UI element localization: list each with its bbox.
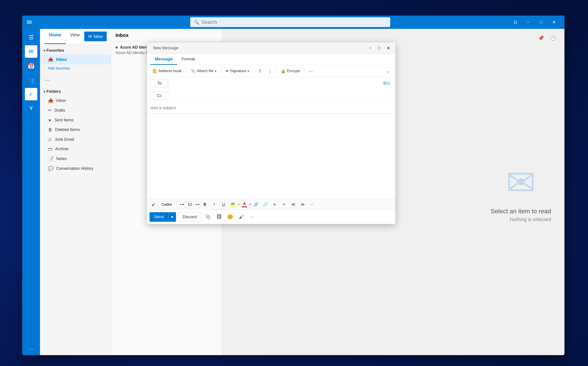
text-color-container[interactable]: A — [240, 201, 249, 208]
conversations-icon: 💬 — [48, 166, 54, 171]
compose-window: New Message − □ ✕ Message Format 📒 — [147, 42, 396, 224]
compose-tab-format[interactable]: Format — [177, 54, 199, 65]
remove-link-button[interactable]: 🔗 — [261, 201, 270, 208]
compose-tab-message[interactable]: Message — [151, 54, 177, 65]
inbox-favorites-label: Inbox — [56, 57, 67, 62]
compose-body[interactable] — [147, 114, 395, 199]
toolbar-divider-2 — [221, 68, 221, 74]
sidebar-item-sent[interactable]: ➤ Sent Items — [40, 115, 111, 125]
discard-button[interactable]: Discard — [178, 212, 201, 222]
maximize-button[interactable]: □ — [535, 18, 547, 27]
teams-nav-icon[interactable]: T — [25, 116, 37, 129]
highlight-chevron[interactable]: ▾ — [238, 203, 239, 206]
send-image-button[interactable]: 🖼 — [215, 212, 224, 221]
chat-icon-btn[interactable]: ⊡ — [509, 18, 521, 27]
minimize-button[interactable]: − — [522, 18, 534, 27]
font-family-select[interactable]: Calibri — [159, 201, 185, 208]
send-dictate-button[interactable]: 🖌 — [237, 212, 246, 221]
increase-indent-button[interactable]: ≫ — [298, 201, 307, 208]
font-size-select[interactable]: 12 — [185, 201, 200, 208]
calendar-nav-icon[interactable]: 📅 — [25, 60, 37, 72]
send-button-group[interactable]: Send ▾ — [150, 212, 176, 222]
people-nav-icon[interactable]: 👥 — [25, 74, 37, 86]
folders-header[interactable]: ▾ Folders — [40, 87, 111, 96]
bullet-list-button[interactable]: ≡ — [270, 201, 279, 208]
text-color-bar — [242, 206, 247, 207]
decrease-indent-button[interactable]: ≪ — [289, 201, 298, 208]
sidebar-more-icon[interactable]: ··· — [44, 76, 49, 83]
underline-button[interactable]: U — [219, 201, 228, 208]
send-button-label[interactable]: Send — [150, 212, 168, 221]
pin-icon[interactable]: 📌 — [536, 33, 546, 43]
folders-section: ▾ Folders 📥 Inbox ✏ Drafts ➤ Sent Items … — [40, 85, 111, 175]
sidebar-item-inbox[interactable]: 📥 Inbox — [40, 96, 111, 106]
bold-button[interactable]: B — [201, 201, 209, 208]
bcc-button[interactable]: Bcc — [381, 80, 392, 87]
signature-icon: ✒ — [226, 69, 229, 74]
to-label-button[interactable]: To — [151, 79, 168, 87]
close-button[interactable]: ✕ — [548, 18, 560, 27]
search-input[interactable] — [202, 19, 387, 25]
check-nav-icon[interactable]: ✓ — [25, 88, 37, 100]
yammer-nav-icon[interactable]: Y — [25, 102, 37, 114]
mail-nav-icon[interactable]: ✉ — [25, 45, 37, 58]
sidebar-item-conversations[interactable]: 💬 Conversation History — [40, 164, 111, 173]
highlight-bar — [230, 206, 235, 207]
sidebar-wide: Home View ✉ New ▾ Favorites 📥 — [40, 29, 111, 355]
app-content: ☰ ✉ 📅 👥 ✓ Y T ··· Home View ✉ New — [22, 29, 564, 355]
add-favorites-link[interactable]: Add favorites — [40, 64, 111, 72]
new-mail-button[interactable]: ✉ New — [84, 31, 107, 41]
search-box[interactable]: 🔍 — [190, 17, 390, 27]
expand-collapse-button[interactable]: ⌄ — [384, 67, 393, 75]
attach-file-label: Attach file — [197, 69, 214, 73]
send-more-button[interactable]: ··· — [248, 212, 257, 221]
sidebar-item-notes[interactable]: 📝 Notes — [40, 154, 111, 164]
sidebar-item-drafts[interactable]: ✏ Drafts — [40, 106, 111, 115]
address-book-button[interactable]: 📒 Address book — [150, 67, 184, 75]
tab-view[interactable]: View — [66, 29, 84, 44]
numbered-list-button[interactable]: ≡ — [280, 201, 288, 208]
hamburger-icon[interactable]: ☰ — [25, 31, 37, 44]
highlight-label: ab — [231, 202, 235, 206]
high-importance-button[interactable]: ! — [255, 67, 264, 75]
compose-maximize-btn[interactable]: □ — [375, 44, 384, 52]
more-nav-icon[interactable]: ··· — [25, 343, 37, 355]
text-color-chevron[interactable]: ▾ — [250, 203, 251, 206]
compose-editor[interactable] — [151, 117, 392, 162]
paperclip-icon: 📎 — [191, 69, 196, 74]
italic-button[interactable]: I — [210, 201, 218, 208]
highlight-container[interactable]: ab — [229, 201, 237, 208]
compose-close-btn[interactable]: ✕ — [384, 44, 393, 52]
favorites-header[interactable]: ▾ Favorites — [40, 46, 111, 55]
archive-label: Archive — [55, 147, 68, 151]
compose-fields: To Bcc Cc — [147, 77, 395, 114]
send-area: Send ▾ Discard 📎 🖼 😊 🖌 ··· — [147, 210, 395, 224]
insert-link-button[interactable]: 🔗 — [252, 201, 260, 208]
format-more-button[interactable]: ··· — [308, 201, 316, 208]
format-paint-button[interactable]: 🖌 — [150, 201, 158, 208]
clock-icon[interactable]: 🕐 — [548, 33, 558, 43]
encrypt-button[interactable]: 🔒 Encrypt — [278, 67, 302, 75]
sidebar-item-junk[interactable]: ⚠ Junk Email — [40, 135, 111, 144]
tab-home[interactable]: Home — [44, 29, 66, 44]
attach-file-button[interactable]: 📎 Attach file ▾ — [188, 67, 219, 75]
sidebar-item-archive[interactable]: 🗃 Archive — [40, 144, 111, 154]
cc-field-row: Cc — [147, 90, 395, 102]
deleted-label: Deleted Items — [55, 127, 80, 132]
junk-label: Junk Email — [55, 137, 74, 142]
to-input[interactable] — [168, 80, 381, 87]
more-options-button[interactable]: ··· — [306, 67, 315, 75]
cc-input[interactable] — [168, 92, 392, 99]
subject-input[interactable] — [147, 102, 395, 114]
sidebar-item-deleted[interactable]: 🗑 Deleted Items — [40, 125, 111, 135]
toolbar-divider-4 — [276, 68, 276, 74]
subject-field-row — [147, 102, 395, 114]
send-dropdown-chevron[interactable]: ▾ — [168, 212, 176, 222]
send-emoji-button[interactable]: 😊 — [226, 212, 235, 221]
compose-minimize-btn[interactable]: − — [366, 44, 375, 52]
low-importance-button[interactable]: ↓ — [265, 67, 274, 75]
signature-button[interactable]: ✒ Signature ▾ — [223, 67, 252, 75]
send-attach-button[interactable]: 📎 — [203, 212, 213, 221]
cc-label-button[interactable]: Cc — [151, 92, 168, 100]
sidebar-item-inbox-favorites[interactable]: 📥 Inbox — [40, 55, 111, 64]
